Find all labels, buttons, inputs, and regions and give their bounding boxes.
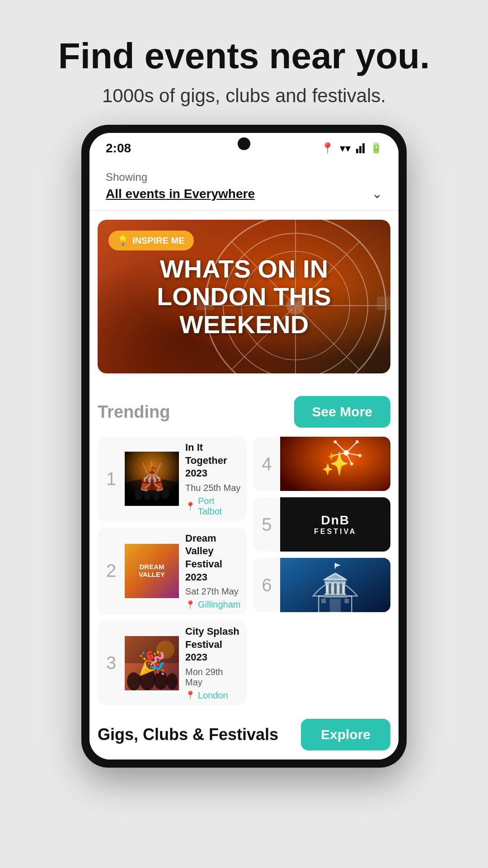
showing-label: Showing [106,171,382,184]
trending-thumb-5: DnB FESTIVA [280,497,390,552]
svg-line-26 [145,481,147,486]
filter-connector: in [165,187,183,201]
trending-thumb-2: DREAM VALLEY [125,544,179,598]
trending-rank-4: 4 [253,454,280,474]
app-content: Showing All events in Everywhere ⌄ [89,160,399,760]
see-more-button[interactable]: See More [294,396,390,428]
trending-rank-6: 6 [253,575,280,595]
event-location-3: 📍 London [185,690,240,701]
inspire-badge[interactable]: 💡 INSPIRE ME [108,231,194,250]
svg-point-29 [127,672,141,690]
location-text-1: Port Talbot [198,496,240,517]
page-subtitle: 1000s of gigs, clubs and festivals. [27,85,461,107]
gigs-clubs-title: Gigs, Clubs & Festivals [98,725,278,744]
inspire-badge-text: INSPIRE ME [132,236,185,246]
svg-point-42 [356,440,359,443]
svg-point-43 [358,454,361,457]
status-time: 2:08 [106,141,131,156]
signal-icon [356,143,365,153]
svg-line-40 [333,453,346,456]
svg-point-22 [135,489,142,500]
wifi-icon: ▾▾ [340,142,351,155]
event-date-1: Thu 25th May [185,483,240,493]
lightbulb-icon: 💡 [117,235,129,246]
hero-background: 💡 INSPIRE ME WHATS ON IN LONDON THIS WEE… [98,220,390,373]
pin-icon-2: 📍 [185,600,195,610]
pin-icon-1: 📍 [185,501,195,511]
filter-location[interactable]: Everywhere [184,187,255,201]
location-filter-bar[interactable]: Showing All events in Everywhere ⌄ [89,160,399,211]
event-location-1: 📍 Port Talbot [185,496,240,517]
event-name-1: In It Together 2023 [185,441,240,480]
svg-point-30 [139,668,155,690]
svg-point-32 [167,673,178,689]
page-title: Find events near you. [27,36,461,76]
trending-title: Trending [98,402,170,422]
svg-rect-49 [322,599,326,603]
trending-right-column: 4 [253,437,390,705]
svg-line-21 [154,463,161,479]
svg-point-41 [344,450,349,456]
svg-point-23 [144,486,151,500]
trending-info-2: Dream Valley Festival 2023 Sat 27th May … [179,528,247,614]
chevron-down-icon[interactable]: ⌄ [372,186,382,201]
trending-item-1[interactable]: 1 [98,437,247,521]
section-header: Trending See More [98,396,390,428]
location-text-2: Gillingham [198,599,240,610]
svg-line-20 [143,463,150,479]
event-date-2: Sat 27th May [185,586,240,597]
svg-rect-35 [280,437,390,491]
page-header: Find events near you. 1000s of gigs, clu… [0,0,488,125]
trending-thumb-1 [125,452,179,506]
svg-line-27 [147,481,150,486]
dream-valley-logo: DREAM VALLEY [134,559,169,583]
svg-rect-50 [345,599,349,603]
phone-screen: 2:08 📍 ▾▾ 🔋 Showing All events in Everyw… [89,133,399,760]
event-name-3: City Splash Festival 2023 [185,625,240,664]
trending-rank-1: 1 [98,469,125,489]
trending-section: Trending See More 1 [89,382,399,705]
hero-banner[interactable]: 💡 INSPIRE ME WHATS ON IN LONDON THIS WEE… [98,220,390,373]
svg-point-25 [162,488,169,499]
event-date-3: Mon 29th May [185,667,240,688]
bottom-bar: Gigs, Clubs & Festivals Explore [89,705,399,760]
trending-thumb-3 [125,636,179,690]
hero-title: WHATS ON IN LONDON THIS WEEKEND [98,255,390,339]
battery-icon: 🔋 [370,142,382,154]
trending-left-column: 1 [98,437,247,705]
pin-icon-3: 📍 [185,690,195,700]
svg-point-34 [156,641,174,659]
dnb-festival-logo: DnB FESTIVA [314,513,357,536]
location-text[interactable]: All events in Everywhere [106,187,255,201]
svg-point-45 [334,440,337,443]
camera-notch [238,137,250,150]
explore-button[interactable]: Explore [301,719,390,750]
trending-thumb-4 [280,437,390,491]
svg-rect-48 [330,599,341,612]
trending-item-5[interactable]: 5 DnB FESTIVA [253,497,390,552]
filter-all-events[interactable]: All events [106,187,165,201]
trending-thumb-6 [280,558,390,612]
event-name-2: Dream Valley Festival 2023 [185,532,240,584]
trending-item-2[interactable]: 2 DREAM VALLEY Dream Valley Festival 202… [98,528,247,614]
trending-item-6[interactable]: 6 [253,558,390,612]
event-location-2: 📍 Gillingham [185,599,240,610]
svg-point-44 [350,462,353,465]
location-text-3: London [198,690,228,701]
svg-point-31 [154,671,168,689]
svg-point-24 [153,484,160,500]
svg-point-18 [125,479,179,506]
trending-rank-5: 5 [253,514,280,535]
trending-item-4[interactable]: 4 [253,437,390,491]
location-status-icon: 📍 [321,142,334,155]
trending-rank-2: 2 [98,561,125,581]
trending-info-3: City Splash Festival 2023 Mon 29th May 📍… [179,621,247,705]
phone-frame: 2:08 📍 ▾▾ 🔋 Showing All events in Everyw… [81,125,407,768]
trending-item-3[interactable]: 3 [98,621,247,705]
location-row[interactable]: All events in Everywhere ⌄ [106,186,382,201]
trending-info-1: In It Together 2023 Thu 25th May 📍 Port … [179,437,247,521]
trending-grid: 1 [98,437,390,705]
trending-rank-3: 3 [98,653,125,673]
status-icons: 📍 ▾▾ 🔋 [321,142,382,155]
